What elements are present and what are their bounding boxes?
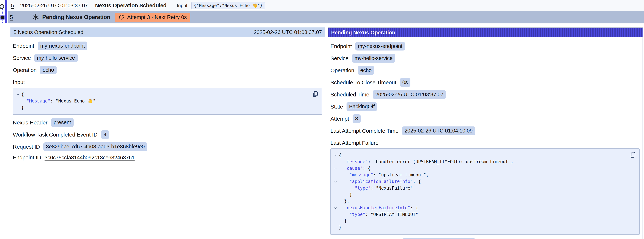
event-input-preview-chip[interactable]: {"Message":"Nexus Echo 👋"} (192, 2, 265, 9)
field-row: Endpointmy-nexus-endpoint (13, 42, 322, 50)
code-line-text: }, (339, 198, 350, 204)
copy-icon[interactable] (311, 90, 319, 98)
code-line: }, (332, 198, 624, 204)
field-label: Scheduled Time (330, 92, 369, 98)
collapse-chevron-icon[interactable] (332, 204, 339, 210)
retry-icon (118, 14, 124, 20)
pending-event-id-link[interactable]: 5 (10, 14, 13, 20)
field-row: Request ID3e829b7e-7d67-4b08-aad3-b1e868… (13, 142, 322, 151)
collapse-chevron-icon[interactable] (15, 91, 21, 96)
event-detail-header-timestamp: 2025-02-26 UTC 01:03:37.07 (254, 29, 322, 35)
field-value-badge: my-hello-service (352, 54, 395, 62)
field-row: Servicemy-hello-service (13, 54, 322, 62)
input-section-label: Input (13, 79, 322, 85)
timeline-event-marker-icon (0, 4, 4, 9)
code-line: } (332, 218, 624, 224)
attempt-retry-text: Attempt 3 · Next Retry 0s (127, 14, 187, 20)
field-row: Next Attempt Schedule Time2025-02-26 UTC… (330, 238, 640, 239)
event-timeline-gutter (0, 0, 8, 25)
code-line: } (332, 192, 624, 198)
code-line-text: } (339, 218, 347, 224)
code-line: "type": "NexusFailure" (332, 185, 624, 192)
collapse-chevron-icon[interactable] (332, 178, 339, 184)
field-row: Last Attempt Complete Time2025-02-26 UTC… (330, 126, 640, 135)
event-detail-header: 5 Nexus Operation Scheduled 2025-02-26 U… (10, 28, 325, 37)
field-label: Schedule To Close Timeout (330, 80, 396, 86)
field-label: Endpoint (13, 43, 34, 49)
field-label: Service (13, 55, 31, 61)
code-line-text: "type": "NexusFailure" (339, 185, 413, 192)
pending-operation-panel: Pending Nexus Operation Endpointmy-nexus… (328, 28, 643, 239)
field-row: Nexus Headerpresent (13, 118, 322, 127)
field-row: Attempt3 (330, 114, 640, 123)
field-label: Last Attempt Complete Time (330, 128, 398, 134)
field-label: Operation (13, 67, 36, 73)
attempt-retry-badge: Attempt 3 · Next Retry 0s (115, 13, 190, 22)
code-line-text: "message": "upstream timeout", (339, 172, 429, 178)
timeline-active-bar (5, 0, 7, 23)
code-line: "type": "UPSTREAM_TIMEOUT" (332, 211, 624, 218)
field-label: Endpoint ID (13, 154, 41, 161)
code-line-text: "type": "UPSTREAM_TIMEOUT" (339, 211, 418, 218)
code-line-text: "applicationFailureInfo": { (339, 178, 421, 185)
field-value-badge: 2025-02-26 UTC 01:04:10.09 (402, 126, 475, 135)
field-value-badge: my-nexus-endpoint (38, 42, 87, 50)
pending-asterisk-icon (32, 14, 39, 21)
field-value-badge: BackingOff (346, 102, 377, 111)
field-row: Endpoint ID3c0c75ccfa8144b092c13ce632463… (13, 154, 322, 161)
field-label: Endpoint (330, 43, 352, 50)
code-line: } (15, 104, 307, 111)
code-line-text: } (339, 224, 342, 231)
field-value-badge: 2025-02-26 UTC 01:03:37.07 (373, 90, 446, 99)
code-line-text: "message": "handler error (UPSTREAM_TIME… (339, 158, 514, 165)
code-line: "nexusHandlerFailureInfo": { (332, 204, 624, 211)
field-label: Service (330, 55, 348, 62)
field-value-badge: my-hello-service (34, 54, 78, 62)
field-value-badge: my-nexus-endpoint (355, 42, 405, 50)
code-line: "message": "handler error (UPSTREAM_TIME… (332, 158, 624, 165)
event-id-link[interactable]: 5 (11, 2, 14, 8)
code-line: { (15, 91, 307, 98)
field-value-badge: 2025-02-26 UTC 01:04:13.93 (402, 238, 476, 239)
event-input-label: Input (177, 3, 188, 8)
field-value-badge: echo (40, 66, 56, 74)
code-line-text: "Message": "Nexus Echo 👋" (21, 98, 96, 104)
code-line-text: "cause": { (339, 165, 370, 172)
pending-nexus-operation-row[interactable]: 5 Pending Nexus Operation Attempt 3 · Ne… (8, 11, 644, 24)
code-line: "cause": { (332, 165, 624, 172)
field-label: Request ID (13, 144, 40, 150)
field-label: Attempt (330, 116, 349, 122)
field-row: Schedule To Close Timeout0s (330, 78, 640, 87)
field-label: State (330, 104, 343, 110)
timeline-dashed-connector (2, 8, 3, 23)
code-line: "message": "upstream timeout", (332, 172, 624, 178)
pending-operation-header-title: Pending Nexus Operation (331, 30, 395, 36)
field-value-badge: 0s (400, 78, 410, 87)
field-label: Nexus Header (13, 120, 48, 126)
code-line-text: } (21, 104, 24, 111)
field-value-badge: 3e829b7e-7d67-4b08-aad3-b1e868bfe9e0 (44, 142, 147, 151)
code-line-text: } (339, 192, 352, 198)
field-row: Operationecho (330, 66, 640, 75)
event-detail-panel: 5 Nexus Operation Scheduled 2025-02-26 U… (10, 28, 325, 172)
code-line: } (332, 224, 624, 231)
code-line: "Message": "Nexus Echo 👋" (15, 98, 307, 104)
copy-icon[interactable] (628, 150, 637, 159)
collapse-chevron-icon[interactable] (332, 152, 339, 157)
field-row: Scheduled Time2025-02-26 UTC 01:03:37.07 (330, 90, 640, 99)
code-line-text: "nexusHandlerFailureInfo": { (339, 204, 418, 211)
code-line-text: { (21, 91, 24, 98)
code-line: { (332, 152, 624, 158)
field-label: Operation (330, 67, 354, 74)
event-row-nexus-operation-scheduled[interactable]: 5 2025-02-26 UTC 01:03:37.07 Nexus Opera… (8, 0, 644, 11)
last-attempt-failure-label: Last Attempt Failure (330, 140, 640, 146)
field-row: Operationecho (13, 66, 322, 74)
collapse-chevron-icon[interactable] (332, 165, 339, 170)
field-value-link[interactable]: 3c0c75ccfa8144b092c13ce632463761 (45, 155, 135, 161)
field-label: Workflow Task Completed Event ID (13, 132, 98, 138)
field-row: Servicemy-hello-service (330, 54, 640, 62)
field-value-badge: present (51, 118, 74, 127)
event-title: Nexus Operation Scheduled (95, 2, 166, 8)
code-line: "applicationFailureInfo": { (332, 178, 624, 185)
field-row: Endpointmy-nexus-endpoint (330, 42, 640, 50)
